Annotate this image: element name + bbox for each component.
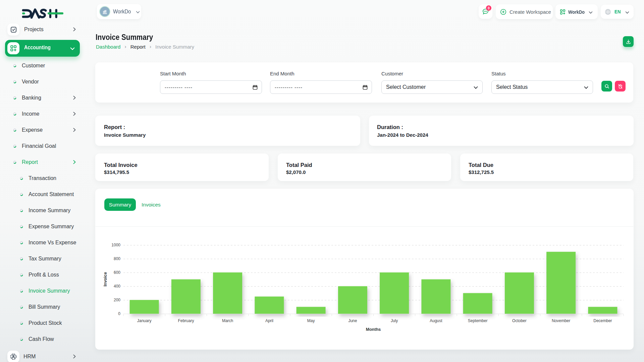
svg-text:February: February xyxy=(178,318,194,323)
svg-text:July: July xyxy=(391,318,398,323)
svg-text:August: August xyxy=(430,318,442,323)
svg-text:Invoice: Invoice xyxy=(103,272,108,286)
svg-text:January: January xyxy=(137,318,152,323)
svg-text:June: June xyxy=(348,318,357,323)
svg-text:Months: Months xyxy=(366,327,381,332)
svg-text:November: November xyxy=(552,318,570,323)
svg-text:September: September xyxy=(468,318,488,323)
svg-text:May: May xyxy=(307,318,315,323)
svg-text:1000: 1000 xyxy=(111,243,120,247)
svg-text:400: 400 xyxy=(114,284,120,289)
svg-text:200: 200 xyxy=(114,298,120,302)
svg-text:October: October xyxy=(512,318,527,323)
svg-text:800: 800 xyxy=(114,256,120,261)
svg-text:April: April xyxy=(265,318,273,323)
svg-text:600: 600 xyxy=(114,270,120,275)
svg-text:March: March xyxy=(222,318,233,323)
svg-text:December: December xyxy=(593,318,612,323)
svg-text:0: 0 xyxy=(118,311,120,316)
